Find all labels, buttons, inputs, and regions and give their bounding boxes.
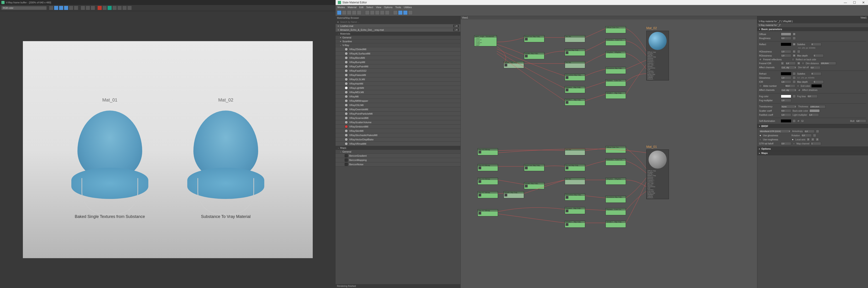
fogbias-spinner[interactable]: 0,0 (807, 95, 817, 98)
assign-tool-icon[interactable] (347, 10, 351, 15)
node-glossiness-out1[interactable]: Glossiness Map Outp... (565, 74, 585, 81)
params-tab[interactable]: View1 (757, 16, 868, 20)
refract-swatch[interactable] (781, 72, 791, 75)
maxdepth-spinner[interactable]: 5 (813, 54, 824, 57)
channel-dropdown[interactable]: RGB color (1, 6, 46, 10)
link-pdplayer-icon[interactable] (117, 6, 122, 10)
search-input[interactable] (340, 20, 460, 24)
backcolor-swatch[interactable] (809, 109, 820, 112)
cat-maps[interactable]: -Maps (336, 146, 460, 150)
grid-snap-icon[interactable] (398, 10, 403, 15)
axis-y[interactable]: Y (811, 138, 814, 141)
rollout-maps-title[interactable]: Maps (757, 151, 868, 155)
cat-materials[interactable]: -Materials (336, 32, 460, 36)
map-berconnoise[interactable]: BerconNoise (336, 162, 460, 167)
node-displace-out1[interactable]: Displace... Map Outp... (565, 86, 585, 93)
fresnelior-map[interactable]: M (797, 62, 800, 65)
node-metallic-i-out[interactable]: Metallic I... Map Outp... (565, 99, 585, 106)
cat-scanline[interactable]: +Scanline (336, 40, 460, 43)
dimfall-spinner[interactable]: 0,0 (810, 66, 820, 69)
hide-unused-icon[interactable] (365, 10, 370, 15)
node-map17b[interactable]: Map #17 Bitmap (477, 209, 498, 216)
node-metallic-i-bot[interactable]: Metallic I... Map Outp... (565, 221, 585, 228)
mat-vrayscattervolume[interactable]: VRayScatterVolume (336, 120, 460, 124)
preview-icon[interactable] (408, 10, 412, 15)
node-displace-cc1[interactable]: Displace... Color Cor... (606, 79, 626, 86)
close-button[interactable]: ✕ (861, 1, 866, 4)
save-all-icon[interactable] (86, 6, 90, 10)
node-diffuse-cc1[interactable]: Diffuse Color Cor... (606, 26, 626, 33)
roughness-map-button[interactable] (793, 37, 796, 40)
cat-maps-general[interactable]: -General (336, 150, 460, 154)
subdivs-spinner[interactable]: 8 (811, 43, 822, 46)
menu-view[interactable]: View (376, 6, 381, 9)
mat-vrayglsl[interactable]: VRayGLSLMtl (336, 77, 460, 82)
mat-vrayoverride[interactable]: VRayOverrideMtl (336, 107, 460, 112)
rollout-brdf-title[interactable]: BRDF (757, 124, 868, 128)
backside-check[interactable] (792, 58, 795, 61)
subdivs2-spinner[interactable]: 8 (811, 72, 822, 75)
node-glossiness-cc1[interactable]: Glossiness Map Outp... (606, 67, 626, 74)
fwdback-spinner[interactable]: 1,0 (781, 113, 791, 116)
thickness-spinner[interactable]: 1000,0cm (810, 105, 826, 108)
mat-vraystochastic[interactable]: VRayStochasticFlakesMtl (336, 133, 460, 138)
node-metallic-cc1[interactable]: Metallic I... Map Outp... (606, 92, 626, 99)
show-map-icon[interactable] (370, 10, 375, 15)
mat-vraybump[interactable]: VRayBumpMtl (336, 60, 460, 64)
node-metallic-out2[interactable]: Metallic Map Outp... (504, 61, 524, 68)
mat-vraymdl[interactable]: VRayMDLMtl (336, 90, 460, 95)
mat-vraypointparticle[interactable]: VRayPointParticleMtl (336, 112, 460, 116)
menu-material[interactable]: Material (348, 6, 356, 9)
menu-edit[interactable]: Edit (359, 6, 364, 9)
maxdepth2-spinner[interactable]: 5 (813, 80, 824, 83)
node-reflection-bot[interactable]: Reflection... Color Cor... (606, 158, 626, 166)
node-metallic-out[interactable]: Metallic Map Outp... (524, 52, 545, 59)
node-basecolor-out[interactable]: BaseColor Map Outp... (524, 35, 545, 42)
node-metallic-cc-bot[interactable]: Metallic I... Map Outp... (606, 221, 626, 228)
anisotropy-spinner[interactable]: 0,0 (804, 130, 814, 133)
mult-spinner[interactable]: 1,0 (856, 119, 866, 122)
affectshadows-check[interactable] (798, 89, 801, 92)
node-gloss-cc-bot[interactable]: Glossiness Map Outp... (606, 196, 626, 203)
menu-select[interactable]: Select (366, 6, 373, 9)
rollout-options-title[interactable]: Options (757, 147, 868, 151)
mat02-preview[interactable]: Diffuse mapRoughn...Self-illu...Reflect … (646, 31, 669, 80)
axis-z[interactable]: Z (816, 138, 819, 141)
selfillum-swatch[interactable] (781, 119, 791, 122)
hgloss-lock[interactable]: L (793, 50, 796, 53)
exitcolor-swatch[interactable] (811, 84, 822, 87)
node-fabric-substance[interactable]: fabric_rough... Substance2OutputbaseColo… (474, 35, 497, 46)
alpha-channel-icon[interactable] (69, 6, 73, 10)
search-arrow-icon[interactable]: ▾ (337, 21, 339, 23)
lightmult-spinner[interactable]: 1,0 (808, 113, 819, 116)
affect-dropdown[interactable]: Col...nly (781, 66, 797, 69)
mat-vrayflakes[interactable]: VRayFlakesMtl (336, 73, 460, 77)
translucency-dropdown[interactable]: None (781, 105, 797, 108)
node-map17[interactable]: Map #17 Bitmap (477, 191, 498, 198)
node-map10[interactable]: Map #10 Bitmap (477, 148, 498, 155)
node-reflection-cc1[interactable]: Reflection... Color Cor... (606, 39, 626, 46)
auto-update-icon[interactable] (403, 10, 408, 15)
lib-leather[interactable]: +Leather.matLIB (336, 24, 460, 28)
mat-vraymtl[interactable]: VRayMtl (336, 95, 460, 99)
exitcolor-check[interactable] (797, 84, 799, 87)
scatter-spinner[interactable]: 0,0 (781, 109, 791, 112)
abbe-check[interactable] (759, 84, 762, 87)
blue-channel-icon[interactable] (64, 6, 68, 10)
layout-all-icon[interactable] (380, 10, 384, 15)
menu-tools[interactable]: Tools (395, 6, 401, 9)
node-metallic-bot[interactable]: Metallic Map Outp... (504, 191, 524, 198)
mat-vrayblend[interactable]: VRayBlendMtl (336, 56, 460, 60)
mapchannel-radio[interactable] (793, 142, 795, 145)
menu-options[interactable]: Options (384, 6, 393, 9)
roughness-spinner[interactable]: 0,0 (781, 37, 791, 40)
node-normal-bot[interactable]: Normal Map Outp... (565, 164, 585, 171)
rollout-basic-title[interactable]: Basic parameters (757, 27, 868, 31)
pick-tool-icon[interactable] (342, 10, 346, 15)
rgloss-map[interactable]: M (793, 54, 796, 57)
mat-vrayvectordispl[interactable]: VRayVectorDisplBake (336, 138, 460, 142)
fogmult-spinner[interactable]: 1,0 (781, 99, 791, 102)
mono-channel-icon[interactable] (74, 6, 79, 10)
region-render-icon[interactable] (107, 6, 112, 10)
mat-vrayskin[interactable]: VRaySkinMtl (336, 129, 460, 133)
